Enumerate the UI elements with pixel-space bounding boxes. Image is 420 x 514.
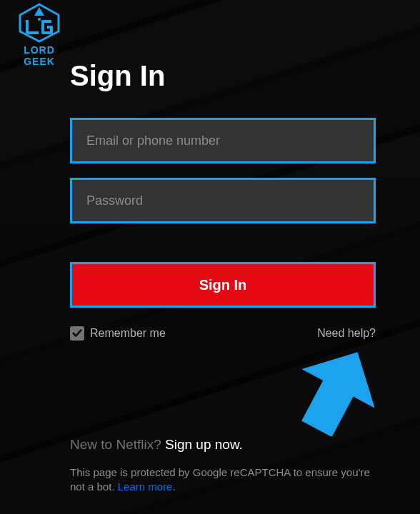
learn-more-link[interactable]: Learn more [118,480,173,493]
signin-button-highlight: Sign In [70,262,376,308]
email-input[interactable] [72,120,374,161]
need-help-link[interactable]: Need help? [317,327,376,340]
learn-suffix: . [172,480,175,493]
remember-me-checkbox[interactable]: Remember me [70,326,166,341]
recaptcha-text: This page is protected by Google reCAPTC… [70,466,370,493]
recaptcha-notice: This page is protected by Google reCAPTC… [70,465,376,495]
brand-name: LORD GEEK [7,44,71,67]
svg-point-2 [38,18,41,21]
signup-prompt: New to Netflix? Sign up now. [70,437,376,453]
remember-me-label: Remember me [90,327,166,340]
password-field-highlight [70,178,376,223]
svg-marker-1 [34,7,44,16]
checkmark-icon [72,328,82,338]
svg-marker-5 [286,347,379,436]
card-footer: New to Netflix? Sign up now. This page i… [70,437,376,495]
signin-button[interactable]: Sign In [72,264,374,306]
options-row: Remember me Need help? [70,326,376,341]
email-field-highlight [70,118,376,163]
signin-card: Sign In Sign In Remember me Need help? [70,60,376,341]
annotation-arrow-icon [286,347,379,436]
signup-suffix: . [239,437,243,452]
brand-logo: LORD GEEK [7,3,71,67]
lordgeek-logo-icon [17,3,61,43]
page-title: Sign In [70,60,376,92]
checkbox-box [70,326,84,341]
signup-prefix: New to Netflix? [70,437,165,452]
signup-link[interactable]: Sign up now [165,437,239,452]
spacer [70,238,376,262]
password-input[interactable] [72,180,374,221]
